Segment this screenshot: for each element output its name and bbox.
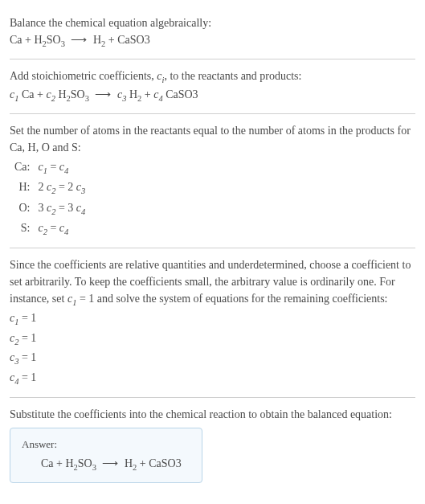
text-part: Add stoichiometric coefficients, <box>10 70 157 82</box>
equation-text: Ca + H2SO3 ⟶ H2 + CaSO3 <box>10 34 150 46</box>
table-row: S: c2 = c4 <box>10 219 90 240</box>
c1: c1 <box>10 88 18 100</box>
c3: c3 <box>117 88 126 100</box>
equation-cell: 3 c2 = 3 c4 <box>33 199 90 219</box>
coef-line: c3 = 1 <box>10 349 415 368</box>
intro-text: Set the number of atoms in the reactants… <box>10 122 415 156</box>
equation-unbalanced: Ca + H2SO3 ⟶ H2 + CaSO3 <box>10 31 415 51</box>
text-part: H2 + <box>126 88 153 100</box>
section-solve: Since the coefficients are relative quan… <box>10 248 415 397</box>
text-part: Ca + <box>18 88 46 100</box>
element-label: H: <box>10 178 33 199</box>
c2: c2 <box>46 88 55 100</box>
coef-line: c2 = 1 <box>10 330 415 349</box>
table-row: O: 3 c2 = 3 c4 <box>10 199 90 219</box>
text-part: H2SO3 ⟶ <box>55 88 117 100</box>
section-add-coefficients: Add stoichiometric coefficients, ci, to … <box>10 59 415 113</box>
intro-text: Since the coefficients are relative quan… <box>10 256 415 309</box>
element-label: S: <box>10 219 33 240</box>
table-row: Ca: c1 = c4 <box>10 158 90 178</box>
element-label: Ca: <box>10 158 33 178</box>
section-balance-intro: Balance the chemical equation algebraica… <box>10 6 415 59</box>
text-part: , to the reactants and products: <box>164 70 301 82</box>
equation-cell: 2 c2 = 2 c3 <box>33 178 90 199</box>
coef-line: c4 = 1 <box>10 369 415 388</box>
table-row: H: 2 c2 = 2 c3 <box>10 178 90 199</box>
coef-line: c1 = 1 <box>10 309 415 329</box>
element-label: O: <box>10 199 33 219</box>
c1: c1 <box>67 293 76 305</box>
section-atom-equations: Set the number of atoms in the reactants… <box>10 114 415 248</box>
answer-label: Answer: <box>22 436 190 453</box>
intro-text: Add stoichiometric coefficients, ci, to … <box>10 68 415 87</box>
coef-value: = 1 <box>18 351 36 363</box>
answer-equation: Ca + H2SO3 ⟶ H2 + CaSO3 <box>22 455 190 474</box>
intro-text: Balance the chemical equation algebraica… <box>10 14 415 31</box>
answer-box: Answer: Ca + H2SO3 ⟶ H2 + CaSO3 <box>10 428 202 483</box>
coef-value: = 1 <box>18 332 36 344</box>
text-part: = 1 and solve the system of equations fo… <box>76 293 387 305</box>
coef-value: = 1 <box>18 371 36 383</box>
text-part: CaSO3 <box>163 88 198 100</box>
intro-text: Substitute the coefficients into the che… <box>10 406 415 423</box>
c4: c4 <box>153 88 162 100</box>
equation-cell: c2 = c4 <box>33 219 90 240</box>
equation-cell: c1 = c4 <box>33 158 90 178</box>
equations-table: Ca: c1 = c4 H: 2 c2 = 2 c3 O: 3 c2 = 3 c… <box>10 158 90 240</box>
coef-value: = 1 <box>18 312 36 324</box>
section-answer: Substitute the coefficients into the che… <box>10 398 415 491</box>
equation-with-coefs: c1 Ca + c2 H2SO3 ⟶ c3 H2 + c4 CaSO3 <box>10 86 415 105</box>
